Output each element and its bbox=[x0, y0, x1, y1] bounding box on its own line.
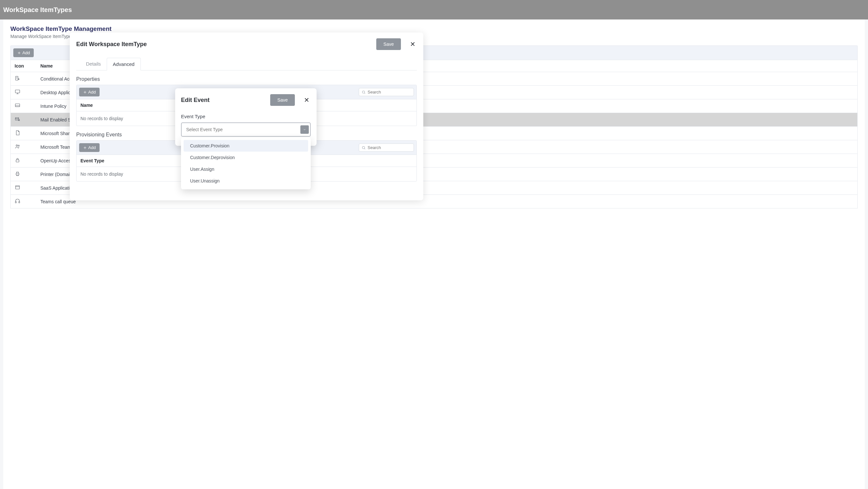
window-icon bbox=[11, 181, 37, 195]
properties-title: Properties bbox=[76, 76, 417, 82]
event-type-label: Event Type bbox=[181, 114, 311, 119]
event-type-input[interactable] bbox=[182, 124, 300, 135]
svg-point-13 bbox=[362, 146, 365, 148]
events-search-input[interactable] bbox=[368, 145, 411, 150]
event-modal-title: Edit Event bbox=[181, 97, 210, 104]
edit-modal-actions: Save ✕ bbox=[376, 38, 417, 50]
svg-rect-3 bbox=[15, 104, 20, 107]
plus-icon bbox=[17, 51, 21, 55]
add-property-label: Add bbox=[88, 90, 96, 94]
tab-details[interactable]: Details bbox=[80, 58, 107, 70]
tab-advanced[interactable]: Advanced bbox=[107, 58, 141, 70]
edit-modal-title: Edit Workspace ItemType bbox=[76, 41, 147, 48]
event-type-select[interactable]: Customer.ProvisionCustomer.DeprovisionUs… bbox=[181, 122, 311, 137]
add-event-label: Add bbox=[88, 145, 96, 150]
headset-icon bbox=[11, 195, 37, 208]
desktop-icon bbox=[11, 86, 37, 99]
svg-rect-7 bbox=[16, 160, 19, 162]
mail-shield-icon bbox=[11, 113, 37, 126]
search-icon bbox=[362, 90, 366, 94]
dropdown-option[interactable]: Customer.Deprovision bbox=[184, 152, 308, 163]
top-bar: WorkSpace ItemTypes bbox=[0, 0, 868, 20]
properties-search[interactable] bbox=[359, 88, 414, 96]
edit-modal-header: Edit Workspace ItemType Save ✕ bbox=[76, 38, 417, 50]
close-icon: ✕ bbox=[410, 40, 415, 48]
svg-rect-8 bbox=[16, 173, 19, 175]
event-modal-save-button[interactable]: Save bbox=[270, 94, 295, 106]
svg-point-1 bbox=[18, 79, 19, 80]
page: WorkSpace ItemType Management Manage Wor… bbox=[3, 20, 865, 489]
plus-icon bbox=[83, 146, 87, 150]
event-type-dropdown: Customer.ProvisionCustomer.DeprovisionUs… bbox=[181, 137, 311, 189]
monitor-icon bbox=[11, 99, 37, 113]
add-event-button[interactable]: Add bbox=[79, 143, 100, 152]
plus-icon bbox=[83, 90, 87, 94]
add-itemtype-label: Add bbox=[22, 50, 30, 55]
content-area: Add Icon Name Conditional AccessDesktop … bbox=[3, 42, 865, 212]
svg-point-6 bbox=[18, 145, 20, 146]
event-modal-header: Edit Event Save ✕ bbox=[181, 94, 311, 106]
event-type-caret[interactable] bbox=[300, 125, 309, 134]
edit-modal-close-button[interactable]: ✕ bbox=[409, 39, 417, 49]
properties-search-input[interactable] bbox=[368, 90, 411, 94]
svg-point-5 bbox=[16, 145, 18, 146]
dropdown-option[interactable]: Customer.Provision bbox=[184, 140, 308, 152]
users-icon bbox=[11, 140, 37, 154]
svg-rect-10 bbox=[15, 202, 16, 203]
svg-rect-2 bbox=[15, 90, 20, 93]
event-modal-actions: Save ✕ bbox=[270, 94, 311, 106]
events-search[interactable] bbox=[359, 144, 414, 152]
col-icon-header: Icon bbox=[11, 60, 37, 72]
edit-modal-tabs: Details Advanced bbox=[76, 58, 417, 70]
building-lock-icon bbox=[11, 72, 37, 86]
page-title: WorkSpace ItemType Management bbox=[10, 25, 858, 32]
edit-event-modal: Edit Event Save ✕ Event Type Customer.Pr… bbox=[175, 88, 317, 146]
add-itemtype-button[interactable]: Add bbox=[13, 48, 34, 57]
file-icon bbox=[11, 126, 37, 140]
edit-modal-save-button[interactable]: Save bbox=[376, 38, 401, 50]
search-icon bbox=[362, 145, 366, 150]
dropdown-option[interactable]: User.Unassign bbox=[184, 175, 308, 187]
close-icon: ✕ bbox=[304, 96, 309, 104]
top-bar-title: WorkSpace ItemTypes bbox=[3, 6, 72, 13]
svg-rect-4 bbox=[15, 118, 19, 120]
lock-icon bbox=[11, 154, 37, 168]
svg-rect-11 bbox=[19, 202, 20, 203]
chevron-down-icon bbox=[303, 128, 306, 131]
svg-point-12 bbox=[362, 91, 365, 93]
add-property-button[interactable]: Add bbox=[79, 88, 100, 96]
event-modal-close-button[interactable]: ✕ bbox=[303, 95, 311, 105]
printer-icon bbox=[11, 168, 37, 181]
svg-rect-9 bbox=[16, 186, 20, 189]
dropdown-option[interactable]: User.Assign bbox=[184, 163, 308, 175]
